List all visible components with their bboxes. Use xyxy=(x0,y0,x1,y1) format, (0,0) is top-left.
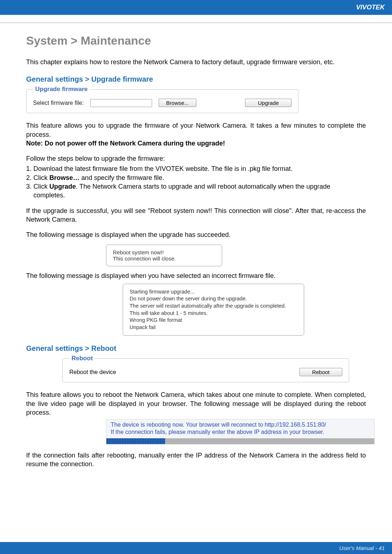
step-1: 1. Download the latest firmware file fro… xyxy=(26,164,366,173)
success-note: If the upgrade is successful, you will s… xyxy=(26,206,366,224)
upgrade-steps: 1. Download the latest firmware file fro… xyxy=(26,164,366,200)
browse-button[interactable]: Browse... xyxy=(159,99,197,107)
reboot-button[interactable]: Reboot xyxy=(299,368,342,376)
footer-text: User's Manual - 41 xyxy=(339,545,385,551)
upgrade-desc: This feature allows you to upgrade the f… xyxy=(26,121,366,139)
firmware-row: Select firmware file: Browse... Upgrade xyxy=(33,99,291,107)
reboot-info-line1: The device is rebooting now. Your browse… xyxy=(106,419,374,428)
upgrade-firmware-panel: Upgrade firmware Select firmware file: B… xyxy=(26,86,298,113)
msg2-line5: Wrong PKG file format xyxy=(130,317,297,324)
intro-paragraph: This chapter explains how to restore the… xyxy=(26,58,366,66)
page-footer: User's Manual - 41 xyxy=(0,542,392,554)
reboot-info-box: The device is rebooting now. Your browse… xyxy=(106,419,375,444)
brand-text: VIVOTEK xyxy=(356,4,385,11)
reboot-progress-fill xyxy=(106,438,165,444)
reboot-legend: Reboot xyxy=(69,355,95,362)
step2-b: Browse… xyxy=(49,174,79,181)
reboot-progress xyxy=(106,438,374,444)
reboot-section-heading: General settings > Reboot xyxy=(26,344,366,353)
reboot-info-line2: If the connection fails, please manually… xyxy=(106,428,374,438)
steps-intro: Follow the steps below to upgrade the fi… xyxy=(26,154,366,163)
firmware-file-input[interactable] xyxy=(90,99,152,107)
reboot-after: If the connection fails after rebooting,… xyxy=(26,451,366,469)
reboot-panel: Reboot Reboot the device Reboot xyxy=(62,355,349,382)
success-message-box: Reboot system now!! This connection will… xyxy=(106,245,222,266)
msg2-line6: Unpack fail xyxy=(130,324,297,331)
step3-c: . The Network Camera starts to upgrade a… xyxy=(76,183,330,190)
reboot-label: Reboot the device xyxy=(69,369,116,376)
page-content: System > Maintenance This chapter explai… xyxy=(0,23,392,469)
page-title: System > Maintenance xyxy=(26,34,366,48)
msg2-line1: Starting firmware upgrade... xyxy=(130,288,297,296)
upgrade-legend: Upgrade firmware xyxy=(33,86,90,93)
select-firmware-label: Select firmware file: xyxy=(33,100,84,106)
upgrade-note: Note: Do not power off the Network Camer… xyxy=(26,139,366,148)
incorrect-intro: The following message is displayed when … xyxy=(26,271,366,280)
reboot-row: Reboot the device Reboot xyxy=(69,368,342,376)
step-3: 3. Click Upgrade. The Network Camera sta… xyxy=(26,182,366,200)
msg2-line4: This will take about 1 - 5 minutes. xyxy=(130,310,297,317)
step-2: 2. Click Browse… and specify the firmwar… xyxy=(26,173,366,182)
step3-a: 3. Click xyxy=(26,183,49,190)
fail-message-box: Starting firmware upgrade... Do not powe… xyxy=(123,284,304,336)
step3-b: Upgrade xyxy=(49,183,76,190)
step2-c: and specify the firmware file. xyxy=(79,174,164,181)
step3-d: completes. xyxy=(26,191,366,200)
msg2-line2: Do not power down the server during the … xyxy=(130,295,297,303)
step2-a: 2. Click xyxy=(26,174,49,181)
upgrade-button[interactable]: Upgrade xyxy=(245,99,291,107)
brand-header: VIVOTEK xyxy=(0,0,392,15)
upgrade-section-heading: General settings > Upgrade firmware xyxy=(26,75,366,83)
msg1-line1: Reboot system now!! xyxy=(113,249,215,255)
reboot-desc: This feature allows you to reboot the Ne… xyxy=(26,390,366,417)
msg1-line2: This connection will close. xyxy=(113,255,215,262)
msg2-line3: The server will restart automatically af… xyxy=(130,303,297,310)
succeeded-intro: The following message is displayed when … xyxy=(26,230,366,239)
